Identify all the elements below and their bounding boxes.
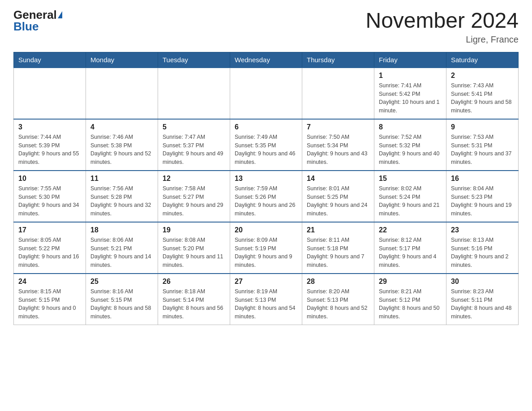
calendar-cell: 16Sunrise: 8:04 AMSunset: 5:23 PMDayligh… [446,171,519,222]
day-number: 1 [379,72,442,80]
day-info: Sunrise: 8:01 AMSunset: 5:25 PMDaylight:… [307,184,369,218]
day-info: Sunrise: 8:21 AMSunset: 5:12 PMDaylight:… [379,287,442,321]
day-number: 16 [451,175,514,183]
day-info: Sunrise: 8:08 AMSunset: 5:20 PMDaylight:… [163,236,225,270]
day-of-week-header: Wednesday [230,52,302,68]
calendar-cell: 22Sunrise: 8:12 AMSunset: 5:17 PMDayligh… [374,222,446,274]
day-number: 6 [235,123,297,131]
day-info: Sunrise: 8:04 AMSunset: 5:23 PMDaylight:… [451,184,514,218]
calendar-cell: 9Sunrise: 7:53 AMSunset: 5:31 PMDaylight… [446,119,519,171]
day-of-week-header: Saturday [446,52,519,68]
day-of-week-header: Tuesday [158,52,230,68]
day-of-week-header: Sunday [14,52,86,68]
week-row: 3Sunrise: 7:44 AMSunset: 5:39 PMDaylight… [14,119,519,171]
calendar-table: SundayMondayTuesdayWednesdayThursdayFrid… [13,52,519,325]
calendar-cell: 26Sunrise: 8:18 AMSunset: 5:14 PMDayligh… [158,274,230,325]
day-number: 12 [163,175,225,183]
calendar-cell: 11Sunrise: 7:56 AMSunset: 5:28 PMDayligh… [86,171,158,222]
calendar-cell: 27Sunrise: 8:19 AMSunset: 5:13 PMDayligh… [230,274,302,325]
day-info: Sunrise: 7:41 AMSunset: 5:42 PMDaylight:… [379,81,442,115]
title-block: November 2024 Ligre, France [365,9,519,45]
calendar-cell: 1Sunrise: 7:41 AMSunset: 5:42 PMDaylight… [374,68,446,119]
calendar-cell: 25Sunrise: 8:16 AMSunset: 5:15 PMDayligh… [86,274,158,325]
day-info: Sunrise: 7:53 AMSunset: 5:31 PMDaylight:… [451,133,514,167]
day-info: Sunrise: 7:49 AMSunset: 5:35 PMDaylight:… [235,133,297,167]
day-info: Sunrise: 8:06 AMSunset: 5:21 PMDaylight:… [90,236,153,270]
calendar-cell [158,68,230,119]
week-row: 10Sunrise: 7:55 AMSunset: 5:30 PMDayligh… [14,171,519,222]
calendar-cell: 18Sunrise: 8:06 AMSunset: 5:21 PMDayligh… [86,222,158,274]
week-row: 17Sunrise: 8:05 AMSunset: 5:22 PMDayligh… [14,222,519,274]
calendar-title: November 2024 [365,9,519,33]
calendar-cell: 8Sunrise: 7:52 AMSunset: 5:32 PMDaylight… [374,119,446,171]
day-number: 21 [307,226,369,234]
calendar-cell: 20Sunrise: 8:09 AMSunset: 5:19 PMDayligh… [230,222,302,274]
day-number: 2 [451,72,514,80]
calendar-cell: 7Sunrise: 7:50 AMSunset: 5:34 PMDaylight… [302,119,374,171]
day-number: 23 [451,226,514,234]
day-number: 9 [451,123,514,131]
day-number: 5 [163,123,225,131]
week-row: 1Sunrise: 7:41 AMSunset: 5:42 PMDaylight… [14,68,519,119]
day-number: 13 [235,175,297,183]
day-info: Sunrise: 8:13 AMSunset: 5:16 PMDaylight:… [451,236,514,270]
day-info: Sunrise: 8:20 AMSunset: 5:13 PMDaylight:… [307,287,369,321]
day-info: Sunrise: 8:18 AMSunset: 5:14 PMDaylight:… [163,287,225,321]
day-number: 4 [90,123,153,131]
day-info: Sunrise: 7:52 AMSunset: 5:32 PMDaylight:… [379,133,442,167]
day-info: Sunrise: 7:56 AMSunset: 5:28 PMDaylight:… [90,184,153,218]
calendar-cell: 2Sunrise: 7:43 AMSunset: 5:41 PMDaylight… [446,68,519,119]
day-number: 28 [307,278,369,286]
calendar-cell: 3Sunrise: 7:44 AMSunset: 5:39 PMDaylight… [14,119,86,171]
calendar-cell: 30Sunrise: 8:23 AMSunset: 5:11 PMDayligh… [446,274,519,325]
logo-triangle-icon [58,11,62,18]
day-info: Sunrise: 8:16 AMSunset: 5:15 PMDaylight:… [90,287,153,321]
day-info: Sunrise: 8:15 AMSunset: 5:15 PMDaylight:… [18,287,81,321]
calendar-cell: 19Sunrise: 8:08 AMSunset: 5:20 PMDayligh… [158,222,230,274]
calendar-cell: 14Sunrise: 8:01 AMSunset: 5:25 PMDayligh… [302,171,374,222]
day-number: 10 [18,175,81,183]
day-number: 25 [90,278,153,286]
calendar-cell: 29Sunrise: 8:21 AMSunset: 5:12 PMDayligh… [374,274,446,325]
day-number: 11 [90,175,153,183]
page-header: General Blue November 2024 Ligre, France [13,9,519,45]
calendar-cell: 28Sunrise: 8:20 AMSunset: 5:13 PMDayligh… [302,274,374,325]
calendar-location: Ligre, France [365,34,519,45]
day-info: Sunrise: 8:12 AMSunset: 5:17 PMDaylight:… [379,236,442,270]
calendar-header-row: SundayMondayTuesdayWednesdayThursdayFrid… [14,52,519,68]
logo-blue-text: Blue [13,21,39,32]
week-row: 24Sunrise: 8:15 AMSunset: 5:15 PMDayligh… [14,274,519,325]
day-info: Sunrise: 8:09 AMSunset: 5:19 PMDaylight:… [235,236,297,270]
day-number: 15 [379,175,442,183]
calendar-cell [230,68,302,119]
logo-general-text: General [13,9,57,21]
logo: General Blue [13,9,62,32]
calendar-cell: 12Sunrise: 7:58 AMSunset: 5:27 PMDayligh… [158,171,230,222]
day-number: 22 [379,226,442,234]
day-number: 30 [451,278,514,286]
calendar-cell: 5Sunrise: 7:47 AMSunset: 5:37 PMDaylight… [158,119,230,171]
day-info: Sunrise: 7:47 AMSunset: 5:37 PMDaylight:… [163,133,225,167]
calendar-cell: 23Sunrise: 8:13 AMSunset: 5:16 PMDayligh… [446,222,519,274]
day-number: 17 [18,226,81,234]
day-number: 29 [379,278,442,286]
day-number: 24 [18,278,81,286]
calendar-cell [14,68,86,119]
day-number: 26 [163,278,225,286]
day-number: 18 [90,226,153,234]
day-info: Sunrise: 7:58 AMSunset: 5:27 PMDaylight:… [163,184,225,218]
day-info: Sunrise: 7:43 AMSunset: 5:41 PMDaylight:… [451,81,514,115]
calendar-cell: 4Sunrise: 7:46 AMSunset: 5:38 PMDaylight… [86,119,158,171]
day-number: 27 [235,278,297,286]
day-number: 3 [18,123,81,131]
day-info: Sunrise: 8:11 AMSunset: 5:18 PMDaylight:… [307,236,369,270]
day-number: 7 [307,123,369,131]
day-of-week-header: Thursday [302,52,374,68]
day-number: 14 [307,175,369,183]
day-of-week-header: Friday [374,52,446,68]
day-info: Sunrise: 8:02 AMSunset: 5:24 PMDaylight:… [379,184,442,218]
day-of-week-header: Monday [86,52,158,68]
day-info: Sunrise: 7:44 AMSunset: 5:39 PMDaylight:… [18,133,81,167]
day-number: 8 [379,123,442,131]
day-info: Sunrise: 7:55 AMSunset: 5:30 PMDaylight:… [18,184,81,218]
